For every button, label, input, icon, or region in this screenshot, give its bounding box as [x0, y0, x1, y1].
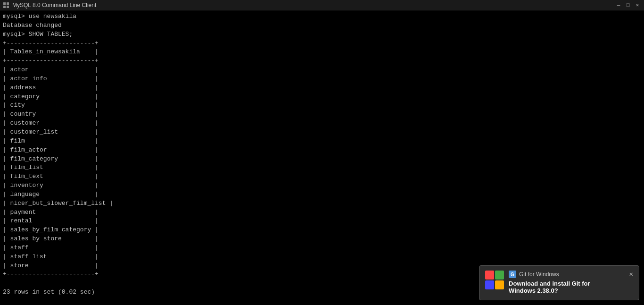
notification-header: G Git for Windows ✕ [509, 271, 633, 278]
terminal-output: mysql> use newsakila Database changed my… [0, 10, 644, 305]
terminal-line-7: | actor_info | [3, 75, 99, 82]
terminal-line-31: 23 rows in set (0.02 sec) [3, 288, 95, 296]
terminal-line-27: | staff_list | [3, 253, 99, 260]
terminal-line-21: | nicer_but_slower_film_list | [3, 200, 113, 207]
svg-rect-2 [3, 6, 6, 8]
notification-app-name: Git for Windows [519, 271, 559, 278]
icon-sq-red [485, 271, 494, 280]
terminal-line-6: | actor | [3, 66, 99, 73]
minimize-button[interactable]: — [615, 1, 622, 9]
terminal-line-12: | customer | [3, 119, 99, 127]
svg-rect-1 [7, 2, 9, 5]
terminal-line-9: | category | [3, 93, 99, 100]
terminal-line-10: | city | [3, 102, 99, 109]
terminal-line-8: | address | [3, 84, 99, 91]
terminal-line-20: | language | [3, 191, 99, 198]
terminal-line-11: | country | [3, 110, 99, 118]
terminal-line-26: | staff | [3, 244, 99, 251]
window-title: MySQL 8.0 Command Line Client [12, 2, 615, 8]
notification-close-button[interactable]: ✕ [629, 271, 633, 278]
terminal-line-28: | store | [3, 262, 99, 269]
svg-rect-0 [3, 2, 6, 5]
terminal-line-14: | film | [3, 137, 99, 144]
notification-title: Download and install Git for Windows 2.3… [509, 280, 633, 294]
title-bar: MySQL 8.0 Command Line Client — □ ✕ [0, 0, 644, 10]
app-icon [3, 2, 9, 8]
terminal-line-3: +------------------------+ [3, 40, 99, 47]
maximize-button[interactable]: □ [624, 1, 632, 9]
terminal-line-25: | sales_by_store | [3, 235, 99, 242]
terminal-line-19: | inventory | [3, 182, 99, 189]
terminal-line-15: | film_actor | [3, 146, 99, 153]
window-controls: — □ ✕ [615, 1, 641, 9]
terminal-line-4: | Tables_in_newsakila | [3, 48, 99, 55]
close-button[interactable]: ✕ [634, 1, 641, 9]
terminal-line-1: Database changed [3, 22, 62, 29]
notification-content: G Git for Windows ✕ Download and install… [509, 271, 633, 295]
notification-popup: G Git for Windows ✕ Download and install… [479, 265, 639, 300]
terminal-line-16: | film_category | [3, 155, 99, 162]
terminal-line-2: mysql> SHOW TABLES; [3, 31, 73, 38]
terminal-line-13: | customer_list | [3, 128, 99, 136]
svg-rect-3 [7, 6, 9, 8]
terminal-line-24: | sales_by_film_category | [3, 226, 99, 233]
terminal-line-29: +------------------------+ [3, 271, 99, 278]
icon-sq-orange [495, 280, 504, 289]
terminal-line-5: +------------------------+ [3, 57, 99, 64]
terminal-line-0: mysql> use newsakila [3, 13, 76, 20]
notification-app-icon: G [509, 271, 516, 278]
terminal-line-22: | payment | [3, 209, 99, 216]
icon-sq-blue [485, 280, 494, 289]
terminal-line-17: | film_list | [3, 164, 99, 171]
terminal-line-18: | film_text | [3, 173, 99, 180]
icon-sq-green [495, 271, 504, 280]
git-icon [485, 271, 504, 289]
terminal-line-23: | rental | [3, 217, 99, 224]
